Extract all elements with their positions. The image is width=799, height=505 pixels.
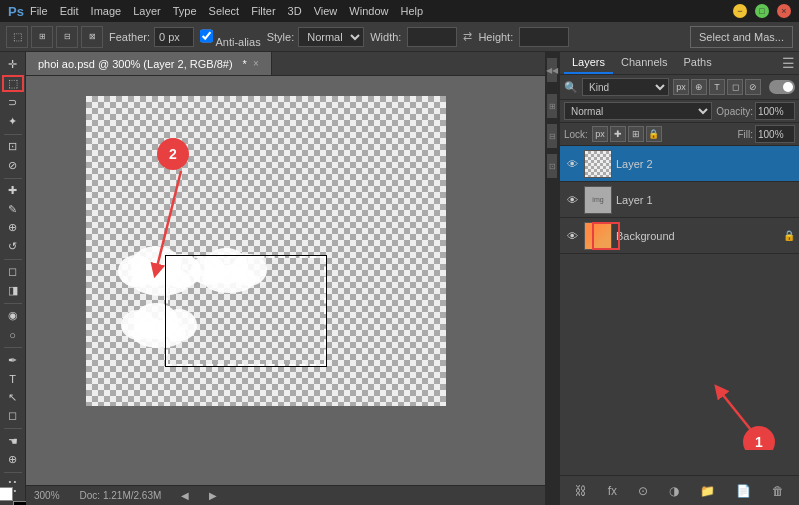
add-mask-btn[interactable]: ⊙ <box>634 482 652 500</box>
panel-menu-btn[interactable]: ☰ <box>782 55 795 71</box>
panel-options-btn[interactable]: ⊞ <box>547 94 557 118</box>
tab-close-btn[interactable]: × <box>253 58 259 69</box>
opacity-label: Opacity: <box>716 106 753 117</box>
minimize-button[interactable]: − <box>733 4 747 18</box>
menu-filter[interactable]: Filter <box>251 5 275 17</box>
nav-prev[interactable]: ◀ <box>181 490 189 501</box>
blend-mode-select[interactable]: Normal <box>564 102 712 120</box>
filter-text-icon[interactable]: T <box>709 79 725 95</box>
tab-label: phoi ao.psd @ 300% (Layer 2, RGB/8#) <box>38 58 233 70</box>
zoom-tool[interactable]: ⊕ <box>2 452 24 469</box>
swap-icon[interactable]: ⇄ <box>463 30 472 43</box>
healing-tool[interactable]: ✚ <box>2 182 24 199</box>
new-layer-btn[interactable]: 📄 <box>732 482 755 500</box>
window-controls: − □ × <box>733 4 791 18</box>
layer-item-background[interactable]: 👁 Background 🔒 <box>560 218 799 254</box>
lock-all-btn[interactable]: 🔒 <box>646 126 662 142</box>
nav-next[interactable]: ▶ <box>209 490 217 501</box>
new-selection-btn[interactable]: ⬚ <box>6 26 28 48</box>
layers-spacer <box>560 254 799 475</box>
lock-artboard-btn[interactable]: ⊞ <box>628 126 644 142</box>
marquee-tool[interactable]: ⬚ <box>2 75 24 93</box>
width-label: Width: <box>370 31 401 43</box>
zoom-level: 300% <box>34 490 60 501</box>
menu-type[interactable]: Type <box>173 5 197 17</box>
canvas-scroll-area[interactable]: 2 <box>26 76 545 485</box>
filter-select[interactable]: Kind <box>582 78 669 96</box>
width-input[interactable] <box>407 27 457 47</box>
brush-tool[interactable]: ✎ <box>2 201 24 218</box>
eyedropper-tool[interactable]: ⊘ <box>2 157 24 174</box>
pen-tool[interactable]: ✒ <box>2 352 24 369</box>
maximize-button[interactable]: □ <box>755 4 769 18</box>
link-layers-btn[interactable]: ⛓ <box>571 482 591 500</box>
layer-item-layer2[interactable]: 👁 Layer 2 <box>560 146 799 182</box>
layer-item-layer1[interactable]: 👁 img Layer 1 <box>560 182 799 218</box>
feather-input[interactable] <box>154 27 194 47</box>
document-tab[interactable]: phoi ao.psd @ 300% (Layer 2, RGB/8#) * × <box>26 52 272 75</box>
antialias-checkbox[interactable] <box>200 26 213 46</box>
lasso-tool[interactable]: ⊃ <box>2 94 24 111</box>
panel-options-btn-2[interactable]: ⊟ <box>547 124 557 148</box>
filter-pixel-icon[interactable]: px <box>673 79 689 95</box>
menu-edit[interactable]: Edit <box>60 5 79 17</box>
height-input[interactable] <box>519 27 569 47</box>
tab-paths[interactable]: Paths <box>676 52 720 74</box>
move-tool[interactable]: ✛ <box>2 56 24 73</box>
crop-tool[interactable]: ⊡ <box>2 138 24 155</box>
layers-tabs: Layers Channels Paths ☰ <box>560 52 799 75</box>
intersect-selection-btn[interactable]: ⊠ <box>81 26 103 48</box>
background-color[interactable] <box>0 487 13 501</box>
menu-window[interactable]: Window <box>349 5 388 17</box>
filter-shape-icon[interactable]: ◻ <box>727 79 743 95</box>
menu-image[interactable]: Image <box>91 5 122 17</box>
collapse-panel-btn[interactable]: ◀◀ <box>547 58 557 82</box>
filter-smart-icon[interactable]: ⊘ <box>745 79 761 95</box>
marquee-selection <box>166 256 326 366</box>
delete-layer-btn[interactable]: 🗑 <box>768 482 788 500</box>
history-brush[interactable]: ↺ <box>2 238 24 255</box>
foreground-color[interactable] <box>13 501 27 505</box>
blur-tool[interactable]: ◉ <box>2 308 24 325</box>
tab-channels[interactable]: Channels <box>613 52 675 74</box>
hand-tool[interactable]: ☚ <box>2 433 24 450</box>
select-and-mask-button[interactable]: Select and Mas... <box>690 26 793 48</box>
checker-background <box>86 96 446 406</box>
add-selection-btn[interactable]: ⊞ <box>31 26 53 48</box>
right-panel: Layers Channels Paths ☰ 🔍 Kind px ⊕ T ◻ … <box>559 52 799 505</box>
shape-tool[interactable]: ◻ <box>2 408 24 425</box>
layer-thumb-layer2 <box>584 150 612 178</box>
new-group-btn[interactable]: 📁 <box>696 482 719 500</box>
layer-visibility-layer1[interactable]: 👁 <box>564 192 580 208</box>
path-selection-tool[interactable]: ↖ <box>2 389 24 406</box>
lock-position-btn[interactable]: ✚ <box>610 126 626 142</box>
menu-select[interactable]: Select <box>209 5 240 17</box>
menu-3d[interactable]: 3D <box>288 5 302 17</box>
close-button[interactable]: × <box>777 4 791 18</box>
gradient-tool[interactable]: ◨ <box>2 282 24 299</box>
add-adjustment-btn[interactable]: ◑ <box>665 482 683 500</box>
layer-visibility-background[interactable]: 👁 <box>564 228 580 244</box>
style-select[interactable]: Normal <box>298 27 364 47</box>
lock-pixel-btn[interactable]: px <box>592 126 608 142</box>
eraser-tool[interactable]: ◻ <box>2 264 24 281</box>
dodge-tool[interactable]: ○ <box>2 326 24 343</box>
layer-visibility-layer2[interactable]: 👁 <box>564 156 580 172</box>
clone-tool[interactable]: ⊕ <box>2 220 24 237</box>
menu-help[interactable]: Help <box>400 5 423 17</box>
subtract-selection-btn[interactable]: ⊟ <box>56 26 78 48</box>
panel-options-btn-3[interactable]: ⊡ <box>547 154 557 178</box>
layer-effects-btn[interactable]: fx <box>604 482 621 500</box>
opacity-input[interactable] <box>755 102 795 120</box>
menu-layer[interactable]: Layer <box>133 5 161 17</box>
filter-adjust-icon[interactable]: ⊕ <box>691 79 707 95</box>
menu-view[interactable]: View <box>314 5 338 17</box>
filter-toggle[interactable] <box>769 80 795 94</box>
tool-separator-1 <box>4 134 22 135</box>
menu-file[interactable]: File <box>30 5 48 17</box>
text-tool[interactable]: T <box>2 370 24 387</box>
title-bar-left: Ps File Edit Image Layer Type Select Fil… <box>8 4 423 19</box>
fill-input[interactable] <box>755 125 795 143</box>
magic-wand-tool[interactable]: ✦ <box>2 113 24 130</box>
tab-layers[interactable]: Layers <box>564 52 613 74</box>
